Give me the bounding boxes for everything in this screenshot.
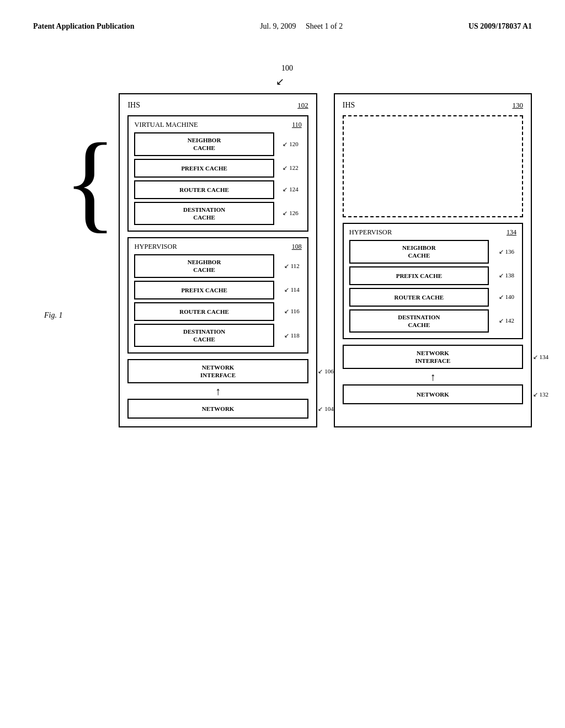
- ihs-right-ref: 130: [513, 101, 524, 110]
- hyp-right-neighbor: NEIGHBORCACHE ↙ 136: [349, 240, 489, 264]
- vm-prefix-cache: PREFIX CACHE ↙ 122: [134, 159, 274, 178]
- ihs-left-ref: 102: [297, 101, 308, 110]
- vm-neighbor-cache: NEIGHBORCACHE ↙ 120: [134, 132, 274, 156]
- ref-100-label: 100: [281, 64, 293, 73]
- hyp-right-neighbor-label: NEIGHBORCACHE: [402, 244, 436, 260]
- hyp-right-ref: 134: [507, 228, 516, 237]
- header-right: US 2009/178037 A1: [468, 22, 532, 31]
- network-left: NETWORK ↙ 104: [127, 399, 308, 419]
- hyp-left-caches: NEIGHBORCACHE ↙ 112 PREFIX CACHE ↙ 114 R…: [134, 254, 301, 347]
- vm-box: VIRTUAL MACHINE 110 NEIGHBORCACHE ↙ 120: [127, 115, 308, 232]
- net-iface-right-label: NETWORKINTERFACE: [415, 349, 450, 365]
- hyp-left-router: ROUTER CACHE ↙ 116: [134, 302, 274, 321]
- vm-neighbor-label: NEIGHBORCACHE: [188, 136, 221, 152]
- hyp-left-router-label: ROUTER CACHE: [179, 308, 229, 315]
- vm-router-label: ROUTER CACHE: [179, 186, 229, 193]
- ihs-right-title: IHS: [343, 101, 355, 110]
- hyp-right-neighbor-ref: ↙ 136: [499, 248, 514, 255]
- ihs-left-title-row: IHS 102: [127, 101, 308, 110]
- hyp-right-router-label: ROUTER CACHE: [395, 294, 444, 301]
- hyp-right-prefix-ref: ↙ 138: [499, 272, 514, 279]
- hyp-left-neighbor-ref: ↙ 112: [284, 263, 300, 270]
- hyp-right-title: HYPERVISOR: [349, 228, 392, 237]
- ihs-right-title-row: IHS 130: [343, 101, 523, 110]
- hyp-right-router-ref: ↙ 140: [499, 293, 514, 301]
- curly-brace: {: [63, 93, 116, 427]
- vm-prefix-label: PREFIX CACHE: [181, 165, 227, 172]
- hypervisor-left-box: HYPERVISOR 108 NEIGHBORCACHE ↙ 112 PR: [127, 237, 308, 354]
- net-iface-right: NETWORKINTERFACE ↙ 134: [343, 345, 523, 369]
- hyp-right-dest: DESTINATIONCACHE ↙ 142: [349, 309, 489, 333]
- hyp-left-dest-ref: ↙ 118: [284, 332, 300, 339]
- net-iface-left-ref: ↙ 106: [318, 368, 333, 375]
- hyp-left-prefix: PREFIX CACHE ↙ 114: [134, 281, 274, 299]
- vm-ref: 110: [292, 121, 302, 129]
- vm-router-cache: ROUTER CACHE ↙ 124: [134, 180, 274, 199]
- network-right-label: NETWORK: [417, 391, 449, 398]
- ihs-right-dashed-box: [343, 115, 523, 217]
- net-iface-left-label: NETWORKINTERFACE: [200, 363, 236, 379]
- hyp-left-prefix-ref: ↙ 114: [284, 286, 300, 293]
- arrow-up-left: ↑: [127, 386, 308, 397]
- ihs-left-title: IHS: [127, 101, 140, 110]
- hyp-right-dest-label: DESTINATIONCACHE: [398, 313, 440, 329]
- ref-100-arrow: ↙: [276, 76, 284, 87]
- diagram-area: 100 ↙ Fig. 1 { IHS 102: [33, 64, 532, 427]
- net-iface-right-ref: ↙ 134: [533, 354, 548, 361]
- hypervisor-right-box: HYPERVISOR 134 NEIGHBORCACHE ↙ 136 PR: [343, 223, 523, 339]
- hyp-left-neighbor: NEIGHBORCACHE ↙ 112: [134, 254, 274, 278]
- vm-caches: NEIGHBORCACHE ↙ 120 PREFIX CACHE ↙ 122 R…: [134, 132, 301, 225]
- hyp-left-dest-label: DESTINATIONCACHE: [183, 328, 225, 344]
- fig-label: Fig. 1: [44, 311, 62, 320]
- hyp-left-dest: DESTINATIONCACHE ↙ 118: [134, 324, 274, 347]
- page: Patent Application Publication Jul. 9, 2…: [0, 0, 565, 728]
- vm-router-ref: ↙ 124: [282, 186, 298, 193]
- network-right: NETWORK ↙ 132: [343, 384, 523, 404]
- network-left-label: NETWORK: [202, 405, 234, 412]
- vm-neighbor-ref: ↙ 120: [282, 141, 298, 148]
- ihs-left-box: IHS 102 VIRTUAL MACHINE 110: [119, 93, 317, 427]
- vm-dest-cache: DESTINATIONCACHE ↙ 126: [134, 202, 274, 226]
- hyp-right-prefix-label: PREFIX CACHE: [396, 272, 442, 279]
- header-center: Jul. 9, 2009 Sheet 1 of 2: [260, 22, 343, 31]
- hyp-left-prefix-label: PREFIX CACHE: [181, 287, 227, 293]
- hyp-left-router-ref: ↙ 116: [284, 308, 300, 315]
- header-left: Patent Application Publication: [33, 22, 135, 31]
- hyp-left-ref: 108: [292, 243, 302, 251]
- hyp-right-dest-ref: ↙ 142: [499, 317, 514, 324]
- hyp-left-title: HYPERVISOR: [134, 243, 177, 251]
- page-header: Patent Application Publication Jul. 9, 2…: [33, 22, 532, 31]
- network-right-ref: ↙ 132: [533, 391, 548, 398]
- vm-prefix-ref: ↙ 122: [282, 164, 298, 172]
- ihs-right-box: IHS 130 HYPERVISOR 134: [334, 93, 532, 427]
- net-iface-left: NETWORKINTERFACE ↙ 106: [127, 359, 308, 383]
- vm-dest-label: DESTINATIONCACHE: [183, 206, 225, 222]
- vm-title: VIRTUAL MACHINE: [134, 121, 198, 129]
- arrow-up-right: ↑: [343, 371, 523, 382]
- hyp-right-router: ROUTER CACHE ↙ 140: [349, 288, 489, 307]
- hyp-right-prefix: PREFIX CACHE ↙ 138: [349, 266, 489, 285]
- hyp-right-caches: NEIGHBORCACHE ↙ 136 PREFIX CACHE ↙ 138 R…: [349, 240, 516, 333]
- network-left-ref: ↙ 104: [318, 405, 333, 413]
- hyp-left-neighbor-label: NEIGHBORCACHE: [188, 258, 221, 274]
- vm-dest-ref: ↙ 126: [282, 210, 298, 217]
